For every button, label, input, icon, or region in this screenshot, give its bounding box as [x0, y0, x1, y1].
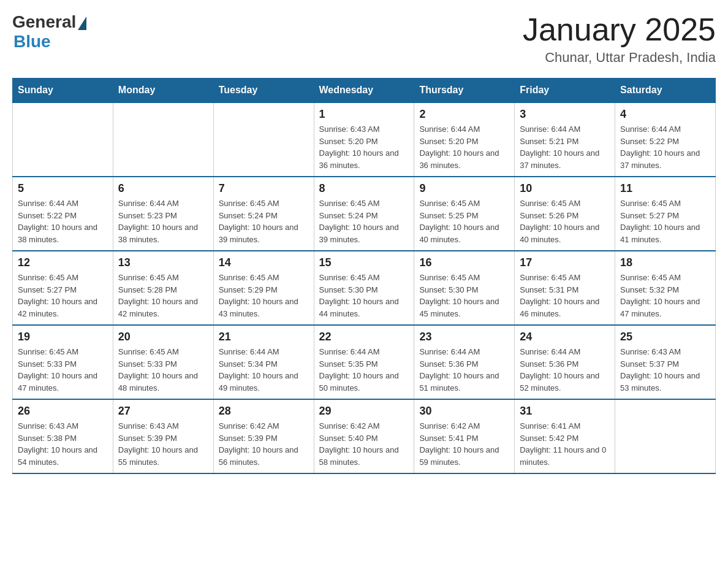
day-number: 16 [419, 256, 509, 269]
day-number: 7 [219, 182, 309, 195]
calendar-cell [615, 399, 716, 473]
day-number: 26 [18, 405, 108, 418]
calendar-title: January 2025 [523, 12, 716, 47]
day-number: 24 [520, 331, 610, 343]
day-number: 30 [419, 405, 509, 418]
day-info: Sunrise: 6:45 AMSunset: 5:30 PMDaylight:… [419, 272, 509, 320]
day-info: Sunrise: 6:45 AMSunset: 5:26 PMDaylight:… [520, 197, 610, 245]
day-info: Sunrise: 6:43 AMSunset: 5:38 PMDaylight:… [18, 420, 108, 468]
day-number: 21 [219, 331, 309, 343]
calendar-header-saturday: Saturday [615, 79, 716, 103]
day-number: 29 [319, 405, 409, 418]
day-number: 12 [18, 256, 108, 269]
calendar-header-friday: Friday [515, 79, 615, 103]
day-number: 22 [319, 331, 409, 343]
calendar-cell [213, 102, 314, 177]
calendar-subtitle: Chunar, Uttar Pradesh, India [523, 50, 716, 66]
calendar-week-row: 12Sunrise: 6:45 AMSunset: 5:27 PMDayligh… [13, 251, 716, 325]
calendar-week-row: 1Sunrise: 6:43 AMSunset: 5:20 PMDaylight… [13, 102, 716, 177]
logo-general-text: General [12, 12, 76, 32]
day-number: 2 [419, 108, 509, 121]
day-info: Sunrise: 6:44 AMSunset: 5:35 PMDaylight:… [319, 346, 409, 394]
calendar-cell: 22Sunrise: 6:44 AMSunset: 5:35 PMDayligh… [314, 325, 414, 399]
title-section: January 2025 Chunar, Uttar Pradesh, Indi… [523, 12, 716, 66]
calendar-cell: 23Sunrise: 6:44 AMSunset: 5:36 PMDayligh… [414, 325, 515, 399]
day-number: 13 [118, 256, 208, 269]
calendar-cell: 3Sunrise: 6:44 AMSunset: 5:21 PMDaylight… [515, 102, 615, 177]
day-info: Sunrise: 6:42 AMSunset: 5:40 PMDaylight:… [319, 420, 409, 468]
day-number: 8 [319, 182, 409, 195]
day-info: Sunrise: 6:45 AMSunset: 5:30 PMDaylight:… [319, 272, 409, 320]
calendar-header-sunday: Sunday [13, 79, 113, 103]
calendar-table: SundayMondayTuesdayWednesdayThursdayFrid… [12, 78, 716, 474]
calendar-cell: 9Sunrise: 6:45 AMSunset: 5:25 PMDaylight… [414, 177, 515, 251]
day-info: Sunrise: 6:44 AMSunset: 5:20 PMDaylight:… [419, 123, 509, 171]
logo-blue-text: Blue [13, 32, 51, 52]
calendar-cell: 19Sunrise: 6:45 AMSunset: 5:33 PMDayligh… [13, 325, 113, 399]
day-info: Sunrise: 6:45 AMSunset: 5:28 PMDaylight:… [118, 272, 208, 320]
day-info: Sunrise: 6:44 AMSunset: 5:22 PMDaylight:… [18, 197, 108, 245]
day-info: Sunrise: 6:45 AMSunset: 5:27 PMDaylight:… [18, 272, 108, 320]
day-info: Sunrise: 6:45 AMSunset: 5:33 PMDaylight:… [18, 346, 108, 394]
day-info: Sunrise: 6:43 AMSunset: 5:39 PMDaylight:… [118, 420, 208, 468]
day-number: 18 [620, 256, 710, 269]
day-info: Sunrise: 6:44 AMSunset: 5:34 PMDaylight:… [219, 346, 309, 394]
calendar-header-wednesday: Wednesday [314, 79, 414, 103]
day-info: Sunrise: 6:43 AMSunset: 5:20 PMDaylight:… [319, 123, 409, 171]
calendar-cell: 6Sunrise: 6:44 AMSunset: 5:23 PMDaylight… [113, 177, 213, 251]
day-info: Sunrise: 6:44 AMSunset: 5:23 PMDaylight:… [118, 197, 208, 245]
day-number: 5 [18, 182, 108, 195]
calendar-cell: 4Sunrise: 6:44 AMSunset: 5:22 PMDaylight… [615, 102, 716, 177]
calendar-cell: 16Sunrise: 6:45 AMSunset: 5:30 PMDayligh… [414, 251, 515, 325]
calendar-cell: 31Sunrise: 6:41 AMSunset: 5:42 PMDayligh… [515, 399, 615, 473]
day-number: 1 [319, 108, 409, 121]
day-number: 4 [620, 108, 710, 121]
day-info: Sunrise: 6:44 AMSunset: 5:22 PMDaylight:… [620, 123, 710, 171]
calendar-cell [113, 102, 213, 177]
day-number: 11 [620, 182, 710, 195]
day-number: 19 [18, 331, 108, 343]
calendar-cell: 26Sunrise: 6:43 AMSunset: 5:38 PMDayligh… [13, 399, 113, 473]
calendar-cell [13, 102, 113, 177]
calendar-cell: 1Sunrise: 6:43 AMSunset: 5:20 PMDaylight… [314, 102, 414, 177]
calendar-cell: 24Sunrise: 6:44 AMSunset: 5:36 PMDayligh… [515, 325, 615, 399]
calendar-cell: 25Sunrise: 6:43 AMSunset: 5:37 PMDayligh… [615, 325, 716, 399]
day-number: 3 [520, 108, 610, 121]
day-number: 23 [419, 331, 509, 343]
day-info: Sunrise: 6:41 AMSunset: 5:42 PMDaylight:… [520, 420, 610, 468]
day-info: Sunrise: 6:44 AMSunset: 5:21 PMDaylight:… [520, 123, 610, 171]
calendar-header-row: SundayMondayTuesdayWednesdayThursdayFrid… [13, 79, 716, 103]
day-number: 6 [118, 182, 208, 195]
calendar-cell: 12Sunrise: 6:45 AMSunset: 5:27 PMDayligh… [13, 251, 113, 325]
day-info: Sunrise: 6:45 AMSunset: 5:32 PMDaylight:… [620, 272, 710, 320]
day-info: Sunrise: 6:45 AMSunset: 5:27 PMDaylight:… [620, 197, 710, 245]
calendar-header-thursday: Thursday [414, 79, 515, 103]
day-info: Sunrise: 6:42 AMSunset: 5:41 PMDaylight:… [419, 420, 509, 468]
logo: General Blue [12, 12, 86, 52]
calendar-cell: 10Sunrise: 6:45 AMSunset: 5:26 PMDayligh… [515, 177, 615, 251]
day-number: 27 [118, 405, 208, 418]
day-info: Sunrise: 6:45 AMSunset: 5:25 PMDaylight:… [419, 197, 509, 245]
calendar-cell: 2Sunrise: 6:44 AMSunset: 5:20 PMDaylight… [414, 102, 515, 177]
day-number: 9 [419, 182, 509, 195]
logo-triangle-icon [78, 17, 86, 30]
day-number: 10 [520, 182, 610, 195]
day-info: Sunrise: 6:43 AMSunset: 5:37 PMDaylight:… [620, 346, 710, 394]
calendar-cell: 14Sunrise: 6:45 AMSunset: 5:29 PMDayligh… [213, 251, 314, 325]
calendar-cell: 7Sunrise: 6:45 AMSunset: 5:24 PMDaylight… [213, 177, 314, 251]
calendar-cell: 15Sunrise: 6:45 AMSunset: 5:30 PMDayligh… [314, 251, 414, 325]
calendar-header-tuesday: Tuesday [213, 79, 314, 103]
calendar-week-row: 26Sunrise: 6:43 AMSunset: 5:38 PMDayligh… [13, 399, 716, 473]
calendar-cell: 29Sunrise: 6:42 AMSunset: 5:40 PMDayligh… [314, 399, 414, 473]
day-info: Sunrise: 6:44 AMSunset: 5:36 PMDaylight:… [419, 346, 509, 394]
calendar-cell: 11Sunrise: 6:45 AMSunset: 5:27 PMDayligh… [615, 177, 716, 251]
day-number: 15 [319, 256, 409, 269]
calendar-cell: 30Sunrise: 6:42 AMSunset: 5:41 PMDayligh… [414, 399, 515, 473]
day-number: 14 [219, 256, 309, 269]
calendar-cell: 5Sunrise: 6:44 AMSunset: 5:22 PMDaylight… [13, 177, 113, 251]
calendar-week-row: 19Sunrise: 6:45 AMSunset: 5:33 PMDayligh… [13, 325, 716, 399]
calendar-cell: 27Sunrise: 6:43 AMSunset: 5:39 PMDayligh… [113, 399, 213, 473]
calendar-header-monday: Monday [113, 79, 213, 103]
calendar-cell: 13Sunrise: 6:45 AMSunset: 5:28 PMDayligh… [113, 251, 213, 325]
day-number: 28 [219, 405, 309, 418]
